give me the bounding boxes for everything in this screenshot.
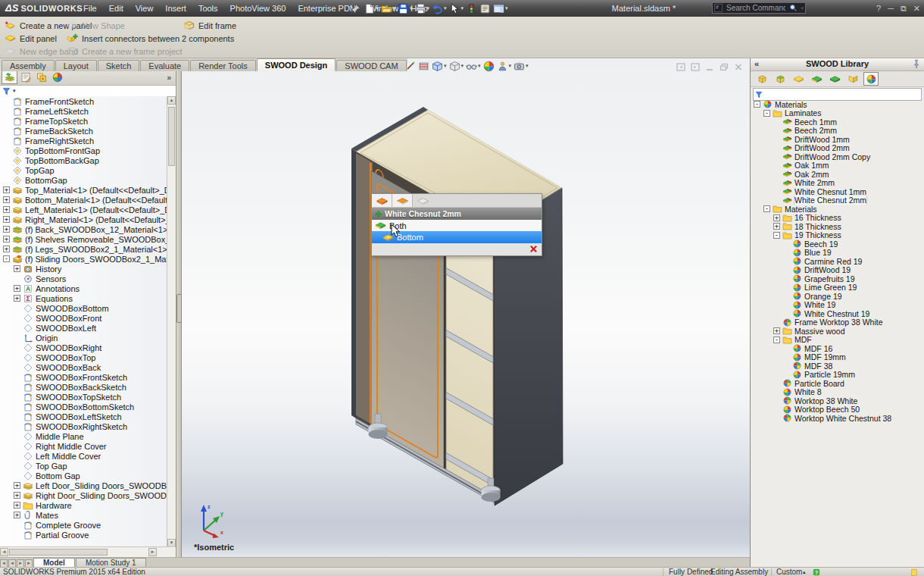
print-button[interactable]: ▾	[415, 3, 430, 14]
tree-item-materials[interactable]: -Materials	[752, 100, 922, 109]
panel-both-faces-tab[interactable]	[392, 194, 413, 207]
tree-item-right-middle-cover[interactable]: +Right Middle Cover	[0, 441, 167, 451]
tree-item-top-material-1-default-default-display-s[interactable]: +Top_Material<1> (Default<<Default>_Disp…	[0, 185, 167, 195]
popup-material-header[interactable]: White Chesnut 2mm	[372, 208, 542, 220]
tree-item-driftwood-19[interactable]: +DriftWood 19	[752, 266, 922, 275]
tree-item-swoodboxleftsketch[interactable]: +SWOODBoxLeftSketch	[0, 412, 167, 421]
configuration-selector[interactable]: Custom	[776, 568, 802, 576]
tree-item-origin[interactable]: +Origin	[0, 333, 167, 343]
win-restore-button[interactable]	[720, 61, 729, 74]
tree-item-driftwood-2mm-copy[interactable]: +DriftWood 2mm Copy	[752, 152, 922, 161]
tree-item-equations[interactable]: +ΣEquations	[0, 293, 167, 303]
menu-file[interactable]: File	[77, 0, 103, 17]
tree-item-carmine-red-19[interactable]: +Carmine Red 19	[752, 257, 922, 266]
tree-item-bottomgap[interactable]: +BottomGap	[0, 175, 167, 185]
tree-item-16-thickness[interactable]: +16 Thickness	[752, 214, 922, 223]
expand-icon[interactable]: +	[773, 327, 780, 334]
tree-item-history[interactable]: +History	[0, 264, 167, 274]
help-status-icon[interactable]: ?	[813, 568, 820, 576]
tree-item-swoodboxback[interactable]: +SWOODBoxBack	[0, 362, 167, 372]
expand-icon[interactable]: +	[3, 186, 10, 193]
tree-item-swoodboxfrontsketch[interactable]: +SWOODBoxFrontSketch	[0, 372, 167, 382]
expand-icon[interactable]: +	[3, 196, 10, 203]
tree-item-topbottomfrontgap[interactable]: +TopBottomFrontGap	[0, 146, 167, 155]
tree-item-grapefruits-19[interactable]: +Grapefruits 19	[752, 274, 922, 283]
tree-item-driftwood-2mm[interactable]: +DriftWood 2mm	[752, 144, 922, 153]
menu-view[interactable]: View	[130, 0, 160, 17]
expand-icon[interactable]: +	[14, 265, 20, 272]
tree-item-worktop-38-white[interactable]: +Worktop 38 White	[752, 396, 922, 405]
rebuild-button[interactable]	[466, 3, 477, 14]
tree-item-left-door-sliding-doors-swoodbox2-1-mate[interactable]: +Left Door_Sliding Doors_SWOODBox2_1_Mat…	[0, 481, 167, 490]
expand-icon[interactable]: +	[14, 502, 20, 509]
tab-render-tools[interactable]: Render Tools	[190, 60, 256, 71]
tree-item-white-19[interactable]: +White 19	[752, 301, 922, 310]
expand-icon[interactable]: +	[14, 295, 20, 302]
new-panel-box-2-button[interactable]	[773, 72, 788, 86]
tree-item-swoodboxfront[interactable]: +SWOODBoxFront	[0, 313, 167, 323]
tree-item-framerightsketch[interactable]: +FrameRightSketch	[0, 136, 167, 146]
tree-item-beech-19[interactable]: +Beech 19	[752, 239, 922, 249]
tree-item-white-chestnut-19[interactable]: +White Chestnut 19	[752, 309, 922, 318]
expand-icon[interactable]: +	[3, 246, 10, 252]
expand-icon[interactable]: +	[3, 216, 10, 223]
edge-band-button[interactable]	[845, 72, 860, 86]
laminate-panel-button[interactable]	[827, 72, 842, 86]
collapse-icon[interactable]: -	[763, 205, 770, 212]
tree-item-massive-wood[interactable]: +Massive wood	[752, 327, 922, 336]
tree-item--f-back-swoodbox-12-material-1-default-d[interactable]: +(f) Back_SWOODBox_12_Material<1> (Defau…	[0, 224, 167, 234]
minimize-window-button[interactable]: ─	[888, 0, 894, 17]
scroll-right-button[interactable]: ►	[148, 548, 157, 556]
tree-item-oak-2mm[interactable]: +Oak 2mm	[752, 170, 922, 179]
insert-connectors-between-2-components-button[interactable]: Insert connectors between 2 components	[67, 33, 234, 44]
expand-icon[interactable]: +	[773, 223, 780, 230]
tree-item-white-chesnut-2mm[interactable]: +White Chesnut 2mm	[752, 196, 922, 205]
tree-item-bottom-gap[interactable]: +Bottom Gap	[0, 471, 167, 481]
tree-item-swoodboxbottom[interactable]: +SWOODBoxBottom	[0, 303, 167, 313]
expand-icon[interactable]: +	[773, 214, 780, 221]
tree-item-mdf-38[interactable]: +MDF 38	[752, 362, 922, 371]
tree-item-white-8[interactable]: +White 8	[752, 388, 922, 397]
tab-sketch[interactable]: Sketch	[98, 60, 140, 71]
tab-assembly[interactable]: Assembly	[2, 60, 55, 71]
tree-item-annotations[interactable]: +AAnnotations	[0, 283, 167, 293]
feature-tree-hscrollbar[interactable]: ◄►	[0, 546, 176, 557]
expand-icon[interactable]: +	[14, 492, 20, 499]
tree-item-partial-groove[interactable]: +Partial Groove	[0, 530, 167, 540]
display-manager-tab[interactable]	[49, 70, 65, 84]
view-settings-button[interactable]: ▾	[514, 61, 529, 72]
tree-item--f-legs-swoodbox2-1-material-1-default-d[interactable]: +(f) Legs_SWOODBox2_1_Material<1> (Defau…	[0, 244, 167, 254]
select-button[interactable]: ▾	[449, 3, 464, 14]
menu-photoview-360[interactable]: PhotoView 360	[224, 0, 292, 17]
tree-item-laminates[interactable]: -Laminates	[752, 109, 922, 118]
new-laminate-button[interactable]	[791, 72, 806, 86]
configuration-manager-tab[interactable]	[33, 70, 49, 84]
expand-icon[interactable]: +	[14, 285, 20, 292]
close-icon[interactable]	[529, 245, 538, 253]
tree-item-white-2mm[interactable]: +White 2mm	[752, 179, 922, 188]
tag-icon[interactable]	[910, 568, 918, 576]
win-close-button[interactable]	[734, 61, 743, 74]
collapse-panel-icon[interactable]: «	[754, 58, 759, 70]
tree-item-swoodboxright[interactable]: +SWOODBoxRight	[0, 343, 167, 352]
feature-tree-filter[interactable]: ▾	[0, 86, 176, 97]
pushpin-icon[interactable]	[912, 59, 921, 68]
collapse-icon[interactable]: -	[3, 255, 10, 262]
undo-button[interactable]: ▾	[432, 3, 447, 14]
pin-button[interactable]	[350, 3, 361, 14]
restore-window-button[interactable]: ⧉	[901, 0, 907, 17]
tree-item-particle-board[interactable]: +Particle Board	[752, 379, 922, 388]
panel-no-face-tab[interactable]	[413, 194, 433, 207]
search-commands-box[interactable]: ▾	[712, 2, 806, 14]
tree-item-frameleftsketch[interactable]: +FrameLeftSketch	[0, 106, 167, 116]
tree-item-mdf[interactable]: -MDF	[752, 336, 922, 345]
win-next-button[interactable]	[691, 61, 700, 74]
horizontal-scroll-thumb[interactable]	[9, 549, 108, 556]
tree-item-beech-1mm[interactable]: +Beech 1mm	[752, 117, 922, 127]
tree-item-driftwood-1mm[interactable]: +DriftWood 1mm	[752, 135, 922, 144]
new-laminate-green-button[interactable]	[809, 72, 824, 86]
tab-swood-design[interactable]: SWOOD Design	[257, 58, 336, 71]
panel-top-face-tab[interactable]	[372, 194, 392, 207]
collapse-icon[interactable]: -	[754, 101, 760, 108]
tree-item-19-thickness[interactable]: -19 Thickness	[752, 231, 922, 240]
